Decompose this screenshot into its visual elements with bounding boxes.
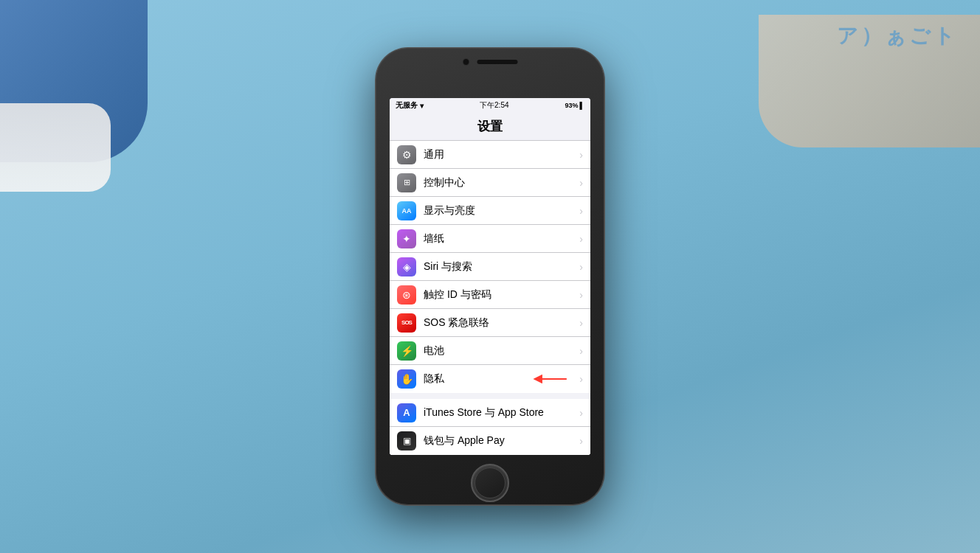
settings-row-sos[interactable]: SOS SOS 紧急联络 ›	[390, 309, 590, 337]
iphone-screen: 无服务 ▾ 下午2:54 93% ▌ 设置 ⚙ 通用 ›	[390, 98, 590, 455]
home-button-inner	[475, 467, 505, 498]
wallpaper-icon: ✦	[397, 229, 416, 248]
settings-row-itunes[interactable]: A iTunes Store 与 App Store ›	[390, 399, 590, 427]
page-title: 设置	[477, 118, 503, 135]
privacy-icon: ✋	[397, 369, 416, 389]
siri-label: Siri 与搜索	[424, 260, 579, 274]
display-icon: AA	[397, 201, 416, 220]
control-chevron: ›	[579, 177, 583, 189]
settings-row-wallpaper[interactable]: ✦ 墙纸 ›	[390, 225, 590, 253]
settings-row-control[interactable]: ⊞ 控制中心 ›	[390, 169, 590, 197]
touch-icon: ⊛	[397, 285, 416, 305]
touch-label: 触控 ID 与密码	[424, 288, 579, 302]
front-camera	[463, 58, 470, 66]
sos-icon: SOS	[397, 313, 416, 333]
settings-row-privacy[interactable]: ✋ 隐私 ›	[390, 365, 590, 393]
speaker-grille-top	[477, 60, 518, 64]
settings-section-1: ⚙ 通用 › ⊞ 控制中心 › AA 显示与亮度 › ✦ 墙纸 ›	[390, 141, 590, 393]
status-time: 下午2:54	[480, 100, 508, 111]
sos-chevron: ›	[579, 317, 583, 329]
privacy-chevron: ›	[579, 373, 583, 385]
sos-label: SOS 紧急联络	[424, 316, 579, 330]
wallpaper-label: 墙纸	[424, 232, 579, 246]
wallpaper-chevron: ›	[579, 233, 583, 245]
control-label: 控制中心	[424, 176, 579, 189]
red-arrow-annotation	[533, 372, 570, 386]
wallet-icon: ▣	[397, 431, 416, 451]
settings-row-battery[interactable]: ⚡ 电池 ›	[390, 337, 590, 365]
bg-decoration-white	[0, 103, 111, 192]
battery-chevron: ›	[579, 345, 583, 357]
display-chevron: ›	[579, 205, 583, 217]
status-left: 无服务 ▾	[396, 100, 424, 111]
iphone-device: 无服务 ▾ 下午2:54 93% ▌ 设置 ⚙ 通用 ›	[376, 48, 604, 505]
signal-status: 无服务	[396, 100, 418, 111]
battery-label: 电池	[424, 344, 579, 358]
general-icon: ⚙	[397, 145, 416, 164]
status-bar: 无服务 ▾ 下午2:54 93% ▌	[390, 98, 590, 113]
settings-row-siri[interactable]: ◈ Siri 与搜索 ›	[390, 253, 590, 281]
wifi-icon: ▾	[420, 102, 424, 110]
battery-row-icon: ⚡	[397, 341, 416, 361]
control-icon: ⊞	[397, 173, 416, 192]
battery-icon: ▌	[580, 102, 584, 109]
japanese-text-decoration: ア）ぁごト	[837, 22, 958, 50]
wallet-chevron: ›	[579, 435, 583, 447]
general-chevron: ›	[579, 149, 583, 161]
itunes-label: iTunes Store 与 App Store	[424, 406, 579, 420]
settings-row-display[interactable]: AA 显示与亮度 ›	[390, 197, 590, 225]
itunes-chevron: ›	[579, 407, 583, 419]
wallet-label: 钱包与 Apple Pay	[424, 434, 579, 448]
settings-row-wallet[interactable]: ▣ 钱包与 Apple Pay ›	[390, 427, 590, 455]
home-button[interactable]	[471, 464, 509, 502]
display-label: 显示与亮度	[424, 204, 579, 218]
navigation-bar: 设置	[390, 113, 590, 141]
siri-icon: ◈	[397, 257, 416, 276]
touch-chevron: ›	[579, 289, 583, 301]
siri-chevron: ›	[579, 261, 583, 273]
status-right: 93% ▌	[565, 102, 584, 109]
settings-section-2: A iTunes Store 与 App Store › ▣ 钱包与 Apple…	[390, 399, 590, 455]
settings-row-general[interactable]: ⚙ 通用 ›	[390, 141, 590, 169]
settings-list[interactable]: ⚙ 通用 › ⊞ 控制中心 › AA 显示与亮度 › ✦ 墙纸 ›	[390, 141, 590, 455]
itunes-icon: A	[397, 403, 416, 422]
battery-percent: 93%	[565, 102, 579, 109]
general-label: 通用	[424, 148, 579, 161]
settings-row-touch[interactable]: ⊛ 触控 ID 与密码 ›	[390, 281, 590, 309]
